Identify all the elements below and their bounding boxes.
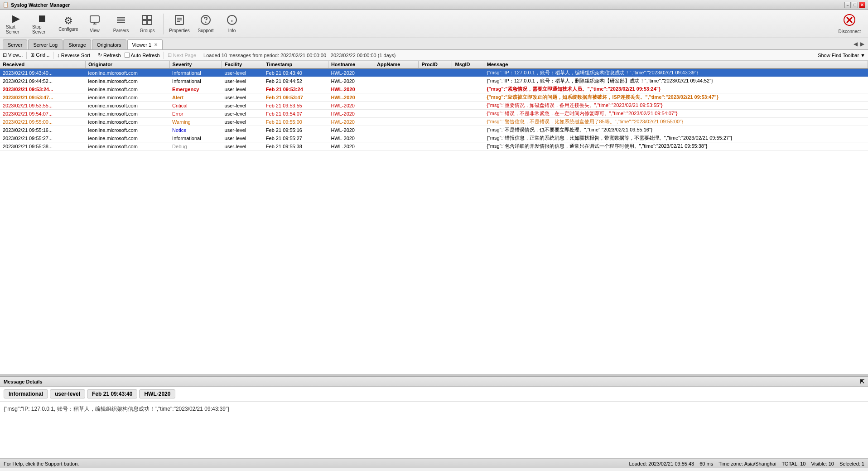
show-find-toolbar-button[interactable]: Show Find Toolbar ▼: [818, 53, 865, 58]
svg-point-16: [206, 22, 206, 23]
close-button[interactable]: ✕: [859, 2, 865, 8]
table-header-row: Received Originator Severity Facility Ti…: [0, 61, 868, 68]
start-server-button[interactable]: ▶ Start Server: [4, 12, 28, 36]
tab-nav-left[interactable]: ◀: [853, 41, 858, 47]
cell-procid: [419, 126, 452, 134]
cell-message: {"msg":"重要情况，如磁盘错误，备用连接丢失。","time":"2023…: [484, 102, 868, 110]
tab-viewer1-close[interactable]: ✕: [154, 42, 158, 47]
parsers-button[interactable]: Parsers: [109, 12, 133, 36]
start-server-icon: ▶: [12, 14, 20, 24]
cell-msgid: [452, 93, 484, 102]
toolbar-separator: [163, 14, 164, 34]
cell-msgid: [452, 118, 484, 126]
tab-storage[interactable]: Storage: [63, 39, 91, 49]
cell-hostname: HWL-2020: [328, 102, 374, 110]
groups-label: Groups: [140, 28, 155, 33]
cell-timestamp: Feb 21 09:55:38: [263, 142, 328, 151]
groups-button[interactable]: Groups: [135, 12, 159, 36]
log-table-area[interactable]: Received Originator Severity Facility Ti…: [0, 61, 868, 374]
table-row[interactable]: 2023/02/21 09:53:24...ieonline.microsoft…: [0, 85, 868, 93]
cell-originator: ieonline.microsoft.com: [85, 93, 169, 102]
table-row[interactable]: 2023/02/21 09:55:00...ieonline.microsoft…: [0, 118, 868, 126]
cell-timestamp: Feb 21 09:53:47: [263, 93, 328, 102]
cell-received: 2023/02/21 09:55:00...: [0, 118, 85, 126]
cell-procid: [419, 85, 452, 93]
cell-facility: user-level: [222, 142, 263, 151]
cell-appname: [374, 68, 419, 77]
refresh-icon: ↻: [98, 52, 102, 58]
svg-rect-10: [148, 20, 152, 24]
title-bar-left: 📋 Syslog Watcher Manager: [3, 2, 70, 8]
reverse-sort-icon: ↕: [57, 53, 60, 58]
cell-procid: [419, 93, 452, 102]
cell-received: 2023/02/21 09:55:38...: [0, 142, 85, 151]
properties-button[interactable]: Properties: [167, 12, 192, 36]
cell-appname: [374, 85, 419, 93]
cell-timestamp: Feb 21 09:55:16: [263, 126, 328, 134]
disconnect-button[interactable]: Disconnect: [835, 12, 864, 36]
detail-tag-hostname: HWL-2020: [139, 389, 175, 398]
cell-procid: [419, 134, 452, 142]
table-row[interactable]: 2023/02/21 09:53:47...ieonline.microsoft…: [0, 93, 868, 102]
cell-originator: ieonline.microsoft.com: [85, 77, 169, 85]
minimize-button[interactable]: –: [844, 2, 851, 8]
title-bar-controls: – □ ✕: [844, 2, 865, 8]
svg-rect-7: [143, 15, 147, 19]
tab-viewer1[interactable]: Viewer 1 ✕: [127, 39, 163, 49]
stop-server-button[interactable]: ⏹ Stop Server: [30, 12, 54, 36]
cell-severity: Critical: [169, 102, 222, 110]
status-bar: For Help, click the Support button. Load…: [0, 458, 868, 468]
cell-message: {"msg":"错误，不是非常紧急，在一定时间内修复即可。","time":"2…: [484, 110, 868, 118]
cell-hostname: HWL-2020: [328, 77, 374, 85]
tab-originators[interactable]: Originators: [92, 39, 126, 49]
cell-facility: user-level: [222, 68, 263, 77]
cell-severity: Emergency: [169, 85, 222, 93]
view-dots-button[interactable]: ⊡ View...: [3, 52, 23, 58]
timing: 60 ms: [699, 461, 713, 466]
cell-procid: [419, 102, 452, 110]
tab-server-log-label: Server Log: [33, 42, 58, 48]
table-row[interactable]: 2023/02/21 09:54:07...ieonline.microsoft…: [0, 110, 868, 118]
view-label: View: [90, 28, 100, 33]
refresh-button[interactable]: ↻ Refresh: [98, 52, 121, 58]
tab-originators-label: Originators: [97, 42, 121, 48]
visible: Visible: 10: [811, 461, 834, 466]
cell-hostname: HWL-2020: [328, 93, 374, 102]
vt-sep1: [26, 52, 27, 59]
tab-server-log[interactable]: Server Log: [28, 39, 63, 49]
view-dots-label: ⊡ View...: [3, 52, 23, 58]
configure-button[interactable]: ⚙ Configure: [56, 12, 81, 36]
info-label: Info: [228, 28, 236, 33]
table-row[interactable]: 2023/02/21 09:43:40...ieonline.microsoft…: [0, 68, 868, 77]
support-button[interactable]: Support: [193, 12, 218, 36]
groups-icon: [142, 15, 153, 27]
details-expand-icon[interactable]: ⇱: [860, 379, 864, 385]
tab-server[interactable]: Server: [3, 39, 27, 49]
cell-originator: ieonline.microsoft.com: [85, 102, 169, 110]
grid-button[interactable]: ⊞ Grid...: [30, 52, 49, 58]
cell-msgid: [452, 85, 484, 93]
view-button[interactable]: View: [82, 12, 107, 36]
table-row[interactable]: 2023/02/21 09:53:55...ieonline.microsoft…: [0, 102, 868, 110]
tab-nav-right[interactable]: ▶: [859, 41, 865, 47]
cell-appname: [374, 118, 419, 126]
table-row[interactable]: 2023/02/21 09:55:16...ieonline.microsoft…: [0, 126, 868, 134]
cell-procid: [419, 118, 452, 126]
tab-server-label: Server: [8, 42, 22, 48]
col-message: Message: [484, 61, 868, 68]
maximize-button[interactable]: □: [852, 2, 858, 8]
auto-refresh-checkbox[interactable]: Auto Refresh: [125, 53, 160, 58]
reverse-sort-button[interactable]: ↕ Reverse Sort: [57, 53, 90, 58]
col-originator: Originator: [85, 61, 169, 68]
cell-message: {"msg":"IP：127.0.0.1，账号：稻草人，删除组织架构【研发部】成…: [484, 77, 868, 85]
table-row[interactable]: 2023/02/21 09:55:27...ieonline.microsoft…: [0, 134, 868, 142]
refresh-label: Refresh: [103, 53, 121, 58]
parsers-label: Parsers: [113, 28, 129, 33]
next-page-button[interactable]: ⊡ Next Page: [168, 52, 196, 58]
info-button[interactable]: Info: [220, 12, 244, 36]
cell-originator: ieonline.microsoft.com: [85, 142, 169, 151]
support-label: Support: [198, 28, 213, 33]
timezone: Time zone: Asia/Shanghai: [719, 461, 776, 466]
table-row[interactable]: 2023/02/21 09:55:38...ieonline.microsoft…: [0, 142, 868, 151]
table-row[interactable]: 2023/02/21 09:44:52...ieonline.microsoft…: [0, 77, 868, 85]
